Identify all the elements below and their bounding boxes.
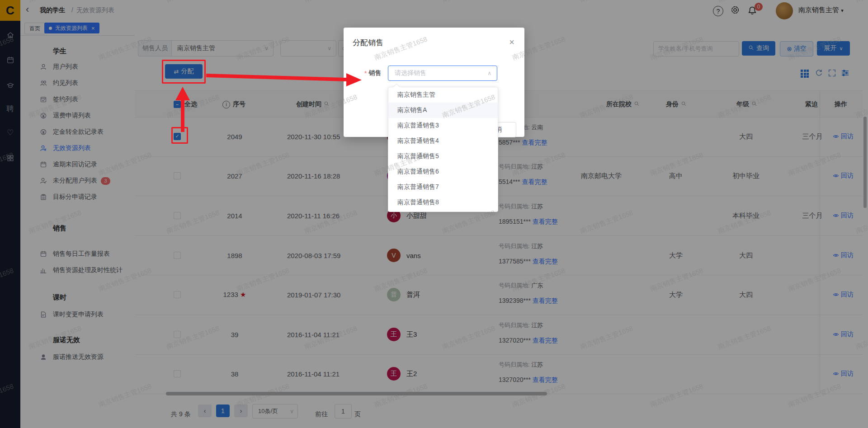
dropdown-option[interactable]: 南京普通销售4 bbox=[388, 133, 498, 149]
dropdown-option[interactable]: 南京普通销售8 bbox=[388, 195, 498, 210]
required-mark: * bbox=[364, 70, 367, 77]
chevron-up-icon: ∧ bbox=[487, 70, 491, 76]
dropdown-option[interactable]: 南京普通销售7 bbox=[388, 179, 498, 195]
select-placeholder: 请选择销售 bbox=[395, 69, 426, 77]
annotation-box-checkbox bbox=[171, 127, 188, 144]
dropdown-option[interactable]: 南京普通销售3 bbox=[388, 118, 498, 133]
dropdown-option[interactable]: 南京销售A bbox=[388, 103, 498, 118]
dialog-title: 分配销售 bbox=[353, 38, 383, 48]
sales-dropdown: 南京销售主管南京销售A南京普通销售3南京普通销售4南京普通销售5南京普通销售6南… bbox=[388, 87, 498, 212]
sales-select[interactable]: 请选择销售 ∧ bbox=[388, 66, 497, 81]
dropdown-option[interactable]: 南京普通销售5 bbox=[388, 149, 498, 164]
dropdown-option[interactable]: 南京普通销售6 bbox=[388, 164, 498, 179]
sales-field-label: * 销售 bbox=[364, 69, 381, 77]
dropdown-option[interactable]: 南京销售主管 bbox=[388, 87, 498, 103]
annotation-box-assign bbox=[162, 60, 206, 84]
app-window: C 聘 ♡ 学生用户列表约见列表签约列表退费申请列表定金转全款记录表无效资源列表… bbox=[0, 0, 868, 428]
assign-sales-dialog: 分配销售 × * 销售 请选择销售 ∧ 取 消 南京销售主管南京销售A南京普通销… bbox=[344, 28, 524, 137]
dialog-close-icon[interactable]: × bbox=[509, 38, 514, 47]
